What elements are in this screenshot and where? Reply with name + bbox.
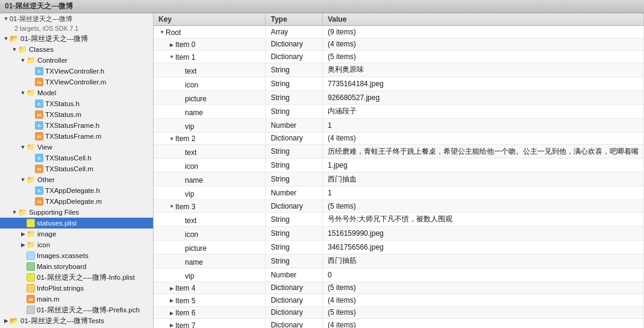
sidebar-item-view[interactable]: ▼📁View — [0, 142, 153, 153]
sidebar-item-statuses-plist[interactable]: statuses.plist — [0, 218, 153, 229]
file-m-icon: m — [35, 78, 43, 86]
sidebar-item-other[interactable]: ▼📁Other — [0, 174, 153, 185]
sidebar-item-label: icon — [37, 241, 50, 248]
sidebar-item-controller[interactable]: ▼📁Controller — [0, 55, 153, 66]
key-text: Item 5 — [175, 297, 195, 305]
key-indent: text — [156, 67, 196, 75]
tri-closed[interactable]: ▶ — [19, 242, 27, 248]
sidebar-item-model[interactable]: ▼📁Model — [0, 87, 153, 98]
sidebar-item-label: TXStatus.m — [45, 111, 81, 118]
sidebar-item-prefix-pch[interactable]: 01-屌丝逆天之----微博-Prefix.pch — [0, 304, 153, 315]
sidebar-item-main-m[interactable]: mmain.m — [0, 294, 153, 304]
table-row[interactable]: textString奥利奥原味 — [154, 63, 644, 77]
tri-open[interactable]: ▼ — [19, 90, 27, 96]
tri-open[interactable]: ▼ — [19, 177, 27, 183]
row-tri-closed[interactable]: ▶ — [168, 323, 175, 328]
row-tri-open[interactable]: ▼ — [168, 136, 175, 142]
table-row[interactable]: iconString1.jpeg — [154, 159, 644, 172]
key-indent: ▶Item 5 — [156, 297, 195, 305]
sidebar-item-label: Controller — [37, 57, 67, 64]
key-text: text — [185, 216, 196, 225]
sidebar-item-label: main.m — [37, 295, 60, 303]
sidebar-item-txstatuscell-h[interactable]: hTXStatusCell.h — [0, 153, 153, 163]
sidebar-item-txstatusframe-m[interactable]: mTXStatusFrame.m — [0, 131, 153, 142]
sidebar-item-txstatus-h[interactable]: hTXStatus.h — [0, 98, 153, 109]
tri-open[interactable]: ▼ — [11, 209, 18, 215]
table-row[interactable]: ▼RootArray(9 items) — [154, 26, 644, 39]
row-tri-open[interactable]: ▼ — [168, 54, 175, 60]
row-tri-closed[interactable]: ▶ — [168, 298, 175, 303]
table-row[interactable]: ▶Item 6Dictionary(5 items) — [154, 306, 644, 319]
header-value: Value — [323, 13, 644, 26]
table-row[interactable]: vipNumber1 — [154, 186, 644, 200]
key-text: Item 3 — [175, 203, 195, 211]
row-tri-closed[interactable]: ▶ — [168, 311, 175, 316]
value-cell: 历经磨难，青蛙王子终于跳上餐桌，希望公主能给他一个吻。公主一见到他，满心欢喜，吧… — [323, 145, 644, 159]
sidebar-item-txappdelegate-h[interactable]: hTXAppDelegate.h — [0, 185, 153, 196]
main-container: 01-屌丝逆天之---微博 2 targets, iOS SDK 7.1▼📂01… — [0, 13, 644, 328]
tri-open[interactable]: ▼ — [2, 36, 10, 42]
header-type: Type — [266, 13, 323, 26]
type-cell: Number — [266, 268, 323, 282]
table-row[interactable]: vipNumber0 — [154, 268, 644, 282]
sidebar-item-label: Images.xcassets — [37, 252, 89, 259]
sidebar-item-txstatusframe-h[interactable]: hTXStatusFrame.h — [0, 120, 153, 131]
tri-closed[interactable]: ▶ — [2, 318, 10, 324]
table-row[interactable]: ▶Item 7Dictionary(4 items) — [154, 319, 644, 329]
row-tri-open[interactable]: ▼ — [158, 30, 166, 35]
table-row[interactable]: ▼Item 3Dictionary(5 items) — [154, 200, 644, 213]
table-row[interactable]: ▼Item 1Dictionary(5 items) — [154, 51, 644, 63]
file-h-icon: h — [35, 121, 43, 130]
table-row[interactable]: iconString1516159990.jpeg — [154, 226, 644, 240]
table-row[interactable]: textString历经磨难，青蛙王子终于跳上餐桌，希望公主能给他一个吻。公主一… — [154, 145, 644, 159]
sidebar-item-txviewcontroller-h[interactable]: hTXViewController.h — [0, 66, 153, 77]
table-row[interactable]: nameString内涵段子 — [154, 104, 644, 118]
sidebar-item-label: 01-屌丝逆天之---微博Tests — [20, 317, 104, 326]
tri-open[interactable]: ▼ — [11, 46, 18, 52]
sidebar-item-info-plist[interactable]: 01-屌丝逆天之----微博-Info.plist — [0, 272, 153, 283]
sidebar-item-tests-group[interactable]: ▶📂01-屌丝逆天之---微博Tests — [0, 315, 153, 326]
sidebar-item-label: TXStatus.h — [45, 100, 80, 107]
sidebar-item-txappdelegate-m[interactable]: mTXAppDelegate.m — [0, 196, 153, 207]
table-row[interactable]: pictureString3461756566.jpeg — [154, 240, 644, 254]
sidebar-item-project[interactable]: ▼📂01-屌丝逆天之---微博 — [0, 33, 153, 44]
file-storyboard-icon — [27, 262, 35, 271]
table-row[interactable]: textString号外号外:大师兄下凡不愤，被数人围观 — [154, 212, 644, 226]
row-tri-closed[interactable]: ▶ — [168, 42, 175, 48]
sidebar-item-images-xcassets[interactable]: Images.xcassets — [0, 250, 153, 261]
sidebar-item-label: 01-屌丝逆天之----微博-Info.plist — [37, 273, 135, 282]
table-row[interactable]: nameString西门抽筋 — [154, 254, 644, 268]
title-bar: 01-屌丝逆天之---微博 — [0, 0, 644, 13]
table-row[interactable]: ▼Item 2Dictionary(4 items) — [154, 132, 644, 145]
folder-icon-icon: 📁 — [27, 56, 36, 65]
sidebar-item-infoplist-strings[interactable]: InfoPlist.strings — [0, 283, 153, 294]
sidebar-item-icon[interactable]: ▶📁icon — [0, 239, 153, 250]
table-row[interactable]: vipNumber1 — [154, 118, 644, 132]
sidebar-item-txviewcontroller-m[interactable]: mTXViewController.m — [0, 77, 153, 87]
sidebar[interactable]: 01-屌丝逆天之---微博 2 targets, iOS SDK 7.1▼📂01… — [0, 13, 154, 328]
sidebar-item-label: Model — [37, 89, 56, 96]
type-cell: Number — [266, 186, 323, 200]
value-cell: 0 — [323, 268, 644, 282]
table-row[interactable]: ▶Item 0Dictionary(4 items) — [154, 38, 644, 51]
table-row[interactable]: nameString西门抽血 — [154, 172, 644, 186]
row-tri-open[interactable]: ▼ — [168, 204, 175, 209]
sidebar-item-txstatuscell-m[interactable]: mTXStatusCell.m — [0, 163, 153, 174]
row-tri-closed[interactable]: ▶ — [168, 286, 175, 291]
sidebar-item-main-storyboard[interactable]: Main.storyboard — [0, 261, 153, 272]
tri-open[interactable]: ▼ — [19, 57, 27, 63]
tri-closed[interactable]: ▶ — [19, 231, 27, 237]
table-row[interactable]: iconString7735164184.jpeg — [154, 77, 644, 90]
value-cell: (5 items) — [323, 51, 644, 63]
table-row[interactable]: pictureString926680527.jpeg — [154, 90, 644, 104]
sidebar-item-classes[interactable]: ▼📁Classes — [0, 44, 153, 55]
type-cell: String — [266, 63, 323, 77]
key-text: name — [185, 176, 203, 184]
tri-open[interactable]: ▼ — [19, 144, 27, 150]
key-cell: picture — [154, 90, 266, 104]
sidebar-item-image[interactable]: ▶📁image — [0, 229, 153, 239]
table-row[interactable]: ▶Item 5Dictionary(4 items) — [154, 294, 644, 307]
table-row[interactable]: ▶Item 4Dictionary(5 items) — [154, 282, 644, 294]
sidebar-item-txstatus-m[interactable]: mTXStatus.m — [0, 109, 153, 120]
sidebar-item-supporting-files[interactable]: ▼📁Supporting Files — [0, 207, 153, 218]
